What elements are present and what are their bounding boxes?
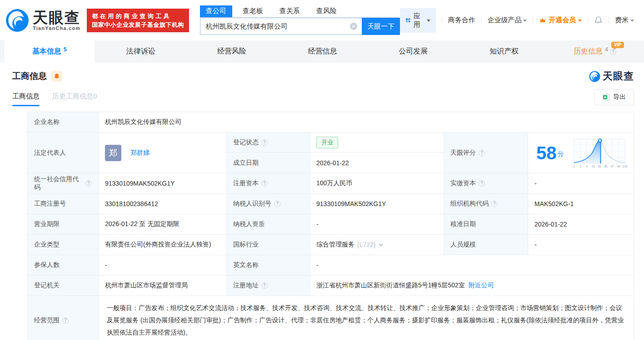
help-icon[interactable]: ? xyxy=(261,180,268,187)
svg-text:0: 0 xyxy=(573,165,575,168)
chevron-down-icon xyxy=(427,20,430,22)
export-label: 导出 xyxy=(613,93,626,101)
score-distribution-chart: 0 1 3 15 50 85 97 99 100 xyxy=(570,137,629,169)
industry-name: 综合管理服务 xyxy=(316,241,354,249)
help-icon[interactable]: ? xyxy=(62,317,69,324)
reg-number-value: 330181002386412 xyxy=(98,194,226,214)
tianyancha-logo[interactable]: 天眼查 TianYanCha.com xyxy=(5,9,80,32)
help-icon[interactable]: ? xyxy=(491,201,498,207)
reg-status-label-text: 登记状态 xyxy=(233,138,259,147)
search-button[interactable]: 天眼一下 xyxy=(362,18,400,35)
help-icon[interactable]: ? xyxy=(85,180,92,187)
open-vip-menu[interactable]: 开通会员 xyxy=(539,16,582,25)
establish-date-label: 成立日期 xyxy=(226,153,310,173)
company-section-tabs: 基本信息 5 法律诉讼 经营风险 经营信息 公司发展 知识产权 历史信息 4 ?… xyxy=(0,40,644,63)
table-row-business-term: 营业期限 2026-01-22 至 无固定期限 纳税人资质 - 核准日期 202… xyxy=(28,214,634,235)
notifications-bell[interactable] xyxy=(594,16,603,25)
table-row-reg-authority: 登记机关 杭州市萧山区市场监督管理局 注册地址 ? 浙江省杭州市萧山区新街街道恒… xyxy=(28,276,634,296)
business-cooperation-link[interactable]: 商务合作 xyxy=(448,16,475,25)
legal-rep-label: 法定代表人 xyxy=(28,133,98,173)
enterprise-products-menu[interactable]: 企业级产品 xyxy=(487,16,527,25)
help-icon[interactable]: ? xyxy=(261,282,268,289)
industry-label: 国标行业 xyxy=(226,235,310,255)
tab-basic-info[interactable]: 基本信息 5 xyxy=(4,40,95,63)
bell-icon xyxy=(594,16,603,25)
chevron-down-icon[interactable] xyxy=(379,242,384,247)
slogan-banner: 都在用的商业查询工具 国家中小企业发展子基金旗下机构 xyxy=(87,9,189,32)
chevron-down-icon xyxy=(523,20,527,22)
help-icon[interactable]: ? xyxy=(479,150,485,156)
taxpayer-quality-label: 纳税人资质 xyxy=(226,214,310,234)
tab-company-development[interactable]: 公司发展 xyxy=(368,40,459,63)
top-nav: 应用 商务合作 企业级产品 开通会员 费米 xyxy=(400,8,634,33)
tab-basic-info-label: 基本信息 xyxy=(32,47,61,56)
help-icon[interactable]: ? xyxy=(261,139,268,146)
divider xyxy=(442,17,442,24)
search-input[interactable] xyxy=(200,18,362,35)
apps-grid-icon xyxy=(405,17,411,24)
table-row-insured-count: 参保人数 - 英文名称 - xyxy=(28,255,634,276)
paid-capital-value: - xyxy=(528,173,634,193)
taxpayer-id-value: 91330109MAK502KG1Y xyxy=(310,194,444,214)
tab-operating-info[interactable]: 经营信息 xyxy=(277,40,368,63)
search-tab-relation[interactable]: 查关系 xyxy=(274,5,306,17)
org-code-value: MAK502KG-1 xyxy=(528,194,634,214)
bell-icon xyxy=(54,73,60,79)
table-row-credit-code: 统一社会信用代码 ? 91330109MAK502KG1Y 注册资本 ? 100… xyxy=(28,173,634,194)
establish-date-value: 2026-01-22 xyxy=(310,153,444,173)
export-button[interactable]: 导出 xyxy=(594,89,634,105)
tab-basic-info-count: 5 xyxy=(64,46,67,53)
tab-legal-proceedings-label: 法律诉讼 xyxy=(126,47,155,56)
tab-history-info-label: 历史信息 xyxy=(574,47,603,56)
search-tab-company[interactable]: 查公司 xyxy=(200,5,232,17)
table-row-legal-rep: 法定代表人 郑 郑群娣 登记状态 ? 开业 天眼评分 ? 58 分 xyxy=(28,133,634,173)
apps-menu[interactable]: 应用 xyxy=(400,8,436,33)
crown-icon xyxy=(539,17,546,24)
credit-code-label-text: 统一社会信用代码 xyxy=(34,175,83,192)
help-icon[interactable]: ? xyxy=(479,180,485,187)
business-scope-label: 经营范围 ? xyxy=(28,296,98,340)
divider xyxy=(588,17,588,24)
subscribe-bell-button[interactable] xyxy=(51,71,62,82)
score-value: 58 分 xyxy=(528,133,635,173)
insured-count-label: 参保人数 xyxy=(28,255,98,275)
legal-rep-link[interactable]: 郑群娣 xyxy=(130,149,150,157)
search-tab-risk[interactable]: 查风险 xyxy=(310,5,343,17)
legal-rep-value: 郑 郑群娣 xyxy=(98,133,226,173)
user-menu[interactable]: 费米 xyxy=(615,16,634,25)
company-name-label: 企业名称 xyxy=(28,112,98,132)
score-unit: 分 xyxy=(558,150,564,162)
company-name-value: 杭州凯辰文化传媒有限公司 xyxy=(98,112,634,132)
svg-text:15: 15 xyxy=(591,165,595,168)
nearby-companies-link[interactable]: 附近公司 xyxy=(469,281,494,290)
avatar[interactable]: 郑 xyxy=(105,145,121,161)
tab-intellectual-property[interactable]: 知识产权 xyxy=(459,40,549,63)
tab-legal-proceedings[interactable]: 法律诉讼 xyxy=(95,40,186,63)
org-code-label-text: 组织机构代码 xyxy=(450,200,489,208)
reg-address-label: 注册地址 ? xyxy=(226,276,310,296)
taxpayer-id-label: 纳税人识别号 ? xyxy=(226,194,310,214)
approval-date-value: 2026-01-22 xyxy=(528,214,634,234)
subtab-history-business-info[interactable]: 历史工商信息0 xyxy=(52,92,97,106)
tab-history-info[interactable]: 历史信息 4 ? VIP xyxy=(549,40,640,63)
subtab-business-info[interactable]: 工商信息 xyxy=(12,92,40,106)
tab-operating-risk[interactable]: 经营风险 xyxy=(186,40,277,63)
table-row-company-type: 企业类型 有限责任公司(外商投资企业法人独资) 国标行业 综合管理服务 (L72… xyxy=(28,235,634,255)
table-row-company-name: 企业名称 杭州凯辰文化传媒有限公司 xyxy=(28,112,634,133)
search-tab-boss[interactable]: 查老板 xyxy=(237,5,269,17)
help-icon[interactable]: ? xyxy=(274,201,280,207)
reg-authority-value: 杭州市萧山区市场监督管理局 xyxy=(98,276,226,296)
score-number: 58 xyxy=(536,144,557,162)
industry-code: (L722) xyxy=(357,241,375,248)
reg-status-value: 开业 xyxy=(310,133,444,153)
slogan-line1: 都在用的商业查询工具 xyxy=(92,12,184,20)
svg-text:97: 97 xyxy=(610,165,614,168)
industry-value: 综合管理服务 (L722) xyxy=(310,235,444,255)
svg-text:99: 99 xyxy=(617,165,620,168)
reg-authority-label: 登记机关 xyxy=(28,276,98,296)
taxpayer-id-label-text: 纳税人识别号 xyxy=(233,200,271,208)
tianyancha-swirl-icon xyxy=(5,9,29,32)
business-scope-value: 一般项目：广告发布；组织文化艺术交流活动；技术服务、技术开发、技术咨询、技术交流… xyxy=(98,296,634,340)
tianyancha-watermark: 天眼查 xyxy=(589,69,634,83)
brand-domain: TianYanCha.com xyxy=(33,25,80,31)
